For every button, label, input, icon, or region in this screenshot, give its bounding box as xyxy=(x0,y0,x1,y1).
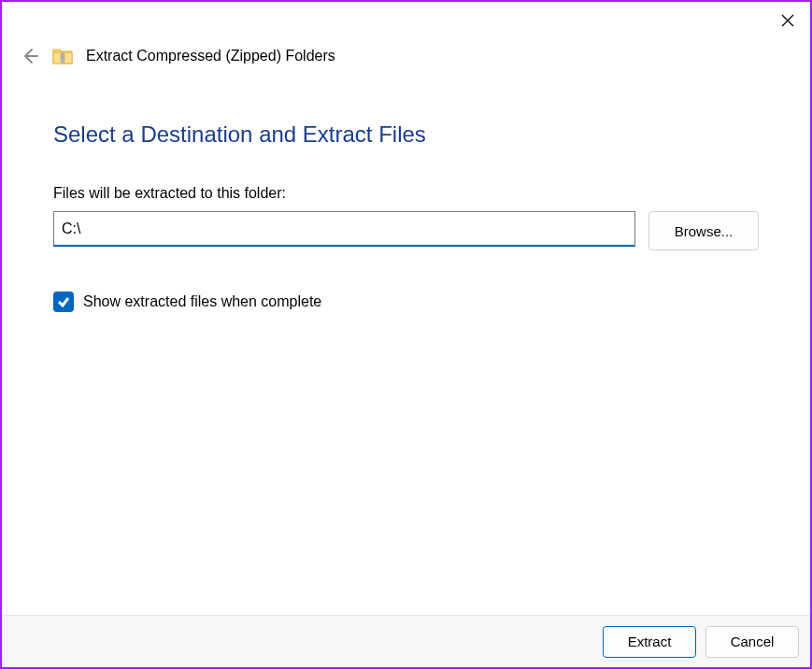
destination-path-input[interactable] xyxy=(53,211,635,247)
close-button[interactable] xyxy=(775,7,801,34)
dialog-footer: Extract Cancel xyxy=(2,615,810,667)
checkbox-label: Show extracted files when complete xyxy=(83,293,321,310)
cancel-button[interactable]: Cancel xyxy=(705,626,799,658)
zipped-folder-icon xyxy=(52,47,73,65)
page-heading: Select a Destination and Extract Files xyxy=(53,121,759,148)
back-arrow-icon[interactable] xyxy=(21,47,39,65)
path-label: Files will be extracted to this folder: xyxy=(53,185,759,202)
svg-rect-2 xyxy=(61,53,64,63)
content-area: Select a Destination and Extract Files F… xyxy=(2,65,810,312)
path-input-row: Browse... xyxy=(53,211,759,250)
window-title: Extract Compressed (Zipped) Folders xyxy=(86,48,335,64)
checkbox-row: Show extracted files when complete xyxy=(53,292,759,312)
show-files-checkbox[interactable] xyxy=(53,292,74,312)
wizard-header: Extract Compressed (Zipped) Folders xyxy=(2,2,810,65)
extract-button[interactable]: Extract xyxy=(603,626,696,658)
browse-button[interactable]: Browse... xyxy=(648,211,759,250)
